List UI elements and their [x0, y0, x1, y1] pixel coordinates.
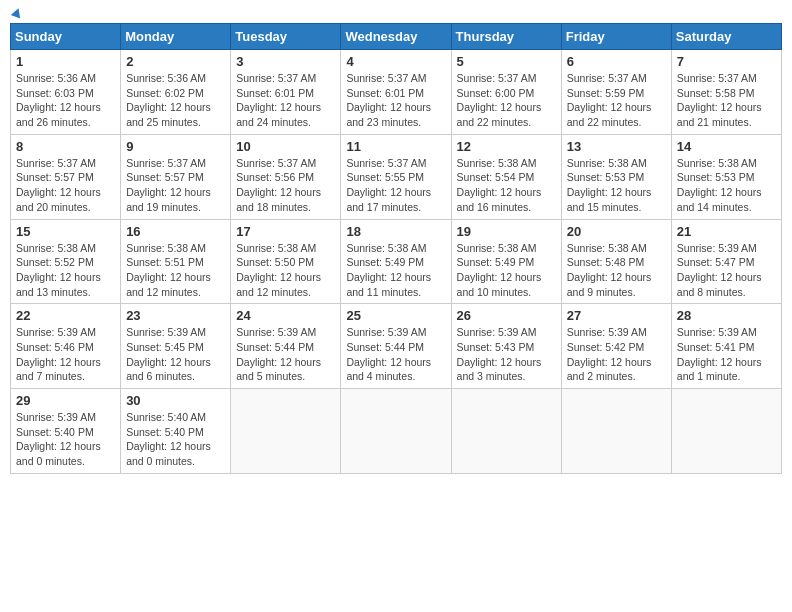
- daylight-label: Daylight: 12 hours and 1 minute.: [677, 356, 762, 383]
- sunset-label: Sunset: 5:48 PM: [567, 256, 645, 268]
- day-info: Sunrise: 5:37 AM Sunset: 5:55 PM Dayligh…: [346, 156, 445, 215]
- sunrise-label: Sunrise: 5:39 AM: [346, 326, 426, 338]
- day-cell-27: 27 Sunrise: 5:39 AM Sunset: 5:42 PM Dayl…: [561, 304, 671, 389]
- page-header: [10, 10, 782, 17]
- sunrise-label: Sunrise: 5:37 AM: [236, 72, 316, 84]
- sunrise-label: Sunrise: 5:38 AM: [457, 242, 537, 254]
- sunset-label: Sunset: 6:02 PM: [126, 87, 204, 99]
- daylight-label: Daylight: 12 hours and 9 minutes.: [567, 271, 652, 298]
- day-number: 23: [126, 308, 225, 323]
- day-cell-3: 3 Sunrise: 5:37 AM Sunset: 6:01 PM Dayli…: [231, 50, 341, 135]
- day-info: Sunrise: 5:39 AM Sunset: 5:45 PM Dayligh…: [126, 325, 225, 384]
- day-cell-10: 10 Sunrise: 5:37 AM Sunset: 5:56 PM Dayl…: [231, 134, 341, 219]
- day-cell-13: 13 Sunrise: 5:38 AM Sunset: 5:53 PM Dayl…: [561, 134, 671, 219]
- daylight-label: Daylight: 12 hours and 24 minutes.: [236, 101, 321, 128]
- day-number: 6: [567, 54, 666, 69]
- day-cell-6: 6 Sunrise: 5:37 AM Sunset: 5:59 PM Dayli…: [561, 50, 671, 135]
- sunset-label: Sunset: 5:44 PM: [236, 341, 314, 353]
- calendar-header-row: SundayMondayTuesdayWednesdayThursdayFrid…: [11, 24, 782, 50]
- sunset-label: Sunset: 5:53 PM: [567, 171, 645, 183]
- sunrise-label: Sunrise: 5:39 AM: [16, 326, 96, 338]
- sunrise-label: Sunrise: 5:40 AM: [126, 411, 206, 423]
- day-number: 15: [16, 224, 115, 239]
- empty-day-cell: [231, 389, 341, 474]
- daylight-label: Daylight: 12 hours and 22 minutes.: [457, 101, 542, 128]
- day-number: 7: [677, 54, 776, 69]
- sunset-label: Sunset: 5:40 PM: [16, 426, 94, 438]
- sunset-label: Sunset: 5:46 PM: [16, 341, 94, 353]
- sunrise-label: Sunrise: 5:36 AM: [16, 72, 96, 84]
- sunrise-label: Sunrise: 5:37 AM: [126, 157, 206, 169]
- day-number: 28: [677, 308, 776, 323]
- day-header-saturday: Saturday: [671, 24, 781, 50]
- sunrise-label: Sunrise: 5:37 AM: [16, 157, 96, 169]
- day-cell-12: 12 Sunrise: 5:38 AM Sunset: 5:54 PM Dayl…: [451, 134, 561, 219]
- sunrise-label: Sunrise: 5:38 AM: [16, 242, 96, 254]
- daylight-label: Daylight: 12 hours and 25 minutes.: [126, 101, 211, 128]
- day-cell-16: 16 Sunrise: 5:38 AM Sunset: 5:51 PM Dayl…: [121, 219, 231, 304]
- sunset-label: Sunset: 5:57 PM: [126, 171, 204, 183]
- day-number: 22: [16, 308, 115, 323]
- daylight-label: Daylight: 12 hours and 23 minutes.: [346, 101, 431, 128]
- sunrise-label: Sunrise: 5:37 AM: [567, 72, 647, 84]
- day-info: Sunrise: 5:37 AM Sunset: 6:00 PM Dayligh…: [457, 71, 556, 130]
- sunset-label: Sunset: 5:49 PM: [346, 256, 424, 268]
- daylight-label: Daylight: 12 hours and 13 minutes.: [16, 271, 101, 298]
- sunrise-label: Sunrise: 5:38 AM: [457, 157, 537, 169]
- calendar-week-row: 8 Sunrise: 5:37 AM Sunset: 5:57 PM Dayli…: [11, 134, 782, 219]
- day-number: 5: [457, 54, 556, 69]
- sunrise-label: Sunrise: 5:38 AM: [567, 157, 647, 169]
- day-cell-23: 23 Sunrise: 5:39 AM Sunset: 5:45 PM Dayl…: [121, 304, 231, 389]
- day-number: 30: [126, 393, 225, 408]
- day-info: Sunrise: 5:39 AM Sunset: 5:43 PM Dayligh…: [457, 325, 556, 384]
- day-info: Sunrise: 5:38 AM Sunset: 5:52 PM Dayligh…: [16, 241, 115, 300]
- day-cell-29: 29 Sunrise: 5:39 AM Sunset: 5:40 PM Dayl…: [11, 389, 121, 474]
- sunrise-label: Sunrise: 5:38 AM: [567, 242, 647, 254]
- sunset-label: Sunset: 6:03 PM: [16, 87, 94, 99]
- day-cell-14: 14 Sunrise: 5:38 AM Sunset: 5:53 PM Dayl…: [671, 134, 781, 219]
- day-header-sunday: Sunday: [11, 24, 121, 50]
- day-header-monday: Monday: [121, 24, 231, 50]
- sunset-label: Sunset: 5:50 PM: [236, 256, 314, 268]
- day-number: 12: [457, 139, 556, 154]
- empty-day-cell: [561, 389, 671, 474]
- daylight-label: Daylight: 12 hours and 5 minutes.: [236, 356, 321, 383]
- day-cell-17: 17 Sunrise: 5:38 AM Sunset: 5:50 PM Dayl…: [231, 219, 341, 304]
- daylight-label: Daylight: 12 hours and 10 minutes.: [457, 271, 542, 298]
- daylight-label: Daylight: 12 hours and 26 minutes.: [16, 101, 101, 128]
- daylight-label: Daylight: 12 hours and 2 minutes.: [567, 356, 652, 383]
- sunset-label: Sunset: 5:49 PM: [457, 256, 535, 268]
- sunrise-label: Sunrise: 5:39 AM: [126, 326, 206, 338]
- day-info: Sunrise: 5:37 AM Sunset: 5:56 PM Dayligh…: [236, 156, 335, 215]
- day-number: 19: [457, 224, 556, 239]
- day-info: Sunrise: 5:36 AM Sunset: 6:03 PM Dayligh…: [16, 71, 115, 130]
- sunset-label: Sunset: 5:56 PM: [236, 171, 314, 183]
- sunrise-label: Sunrise: 5:39 AM: [677, 326, 757, 338]
- day-number: 17: [236, 224, 335, 239]
- day-info: Sunrise: 5:38 AM Sunset: 5:50 PM Dayligh…: [236, 241, 335, 300]
- empty-day-cell: [341, 389, 451, 474]
- day-cell-26: 26 Sunrise: 5:39 AM Sunset: 5:43 PM Dayl…: [451, 304, 561, 389]
- day-info: Sunrise: 5:38 AM Sunset: 5:53 PM Dayligh…: [677, 156, 776, 215]
- sunset-label: Sunset: 5:54 PM: [457, 171, 535, 183]
- day-info: Sunrise: 5:39 AM Sunset: 5:41 PM Dayligh…: [677, 325, 776, 384]
- sunrise-label: Sunrise: 5:38 AM: [126, 242, 206, 254]
- daylight-label: Daylight: 12 hours and 4 minutes.: [346, 356, 431, 383]
- day-header-thursday: Thursday: [451, 24, 561, 50]
- day-cell-18: 18 Sunrise: 5:38 AM Sunset: 5:49 PM Dayl…: [341, 219, 451, 304]
- sunrise-label: Sunrise: 5:39 AM: [677, 242, 757, 254]
- sunset-label: Sunset: 5:58 PM: [677, 87, 755, 99]
- sunset-label: Sunset: 5:40 PM: [126, 426, 204, 438]
- sunrise-label: Sunrise: 5:37 AM: [677, 72, 757, 84]
- day-cell-1: 1 Sunrise: 5:36 AM Sunset: 6:03 PM Dayli…: [11, 50, 121, 135]
- day-number: 21: [677, 224, 776, 239]
- day-number: 4: [346, 54, 445, 69]
- empty-day-cell: [671, 389, 781, 474]
- sunset-label: Sunset: 5:57 PM: [16, 171, 94, 183]
- sunrise-label: Sunrise: 5:39 AM: [236, 326, 316, 338]
- day-info: Sunrise: 5:37 AM Sunset: 5:57 PM Dayligh…: [16, 156, 115, 215]
- day-info: Sunrise: 5:38 AM Sunset: 5:48 PM Dayligh…: [567, 241, 666, 300]
- day-info: Sunrise: 5:38 AM Sunset: 5:49 PM Dayligh…: [346, 241, 445, 300]
- day-info: Sunrise: 5:36 AM Sunset: 6:02 PM Dayligh…: [126, 71, 225, 130]
- day-number: 10: [236, 139, 335, 154]
